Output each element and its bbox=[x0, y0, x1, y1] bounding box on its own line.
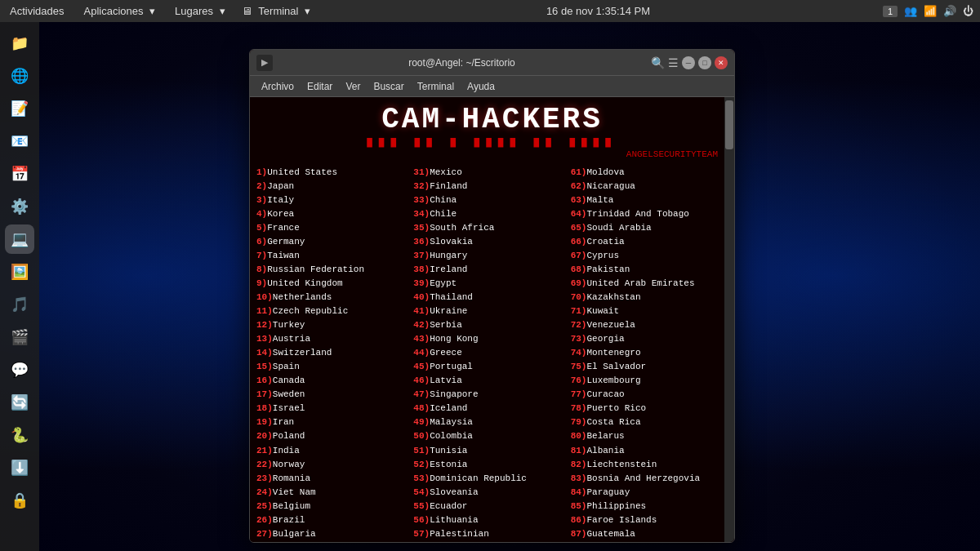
list-item: 68)Pakistan bbox=[571, 263, 728, 277]
list-item: 74)Montenegro bbox=[571, 346, 728, 360]
lugares-menu[interactable]: Lugares ▾ bbox=[168, 3, 229, 19]
list-item: 52)Estonia bbox=[413, 458, 570, 472]
list-item: 40)Thailand bbox=[413, 291, 570, 304]
list-item: 61)Moldova bbox=[571, 166, 728, 180]
list-item: 62)Nicaragua bbox=[571, 180, 728, 193]
list-item: 83)Bosnia And Herzegovia bbox=[571, 472, 728, 486]
list-item: 46)Latvia bbox=[413, 374, 570, 388]
list-item: 12)Turkey bbox=[256, 318, 413, 332]
scrollbar[interactable] bbox=[724, 97, 734, 542]
list-item: 26)Brazil bbox=[256, 513, 413, 527]
list-item: 75)El Salvador bbox=[571, 360, 728, 374]
menu-terminal[interactable]: Terminal bbox=[412, 79, 459, 94]
list-item: 3)Italy bbox=[256, 193, 413, 207]
list-item: 32)Finland bbox=[413, 180, 570, 193]
terminal-menu-item[interactable]: 🖥 Terminal ▾ bbox=[238, 3, 314, 19]
list-item: 44)Greece bbox=[413, 346, 570, 360]
banner-title: CAM-HACKERS bbox=[258, 104, 726, 136]
list-item: 63)Malta bbox=[571, 193, 728, 207]
dock-video[interactable]: 🎬 bbox=[5, 322, 34, 352]
angel-security-label: ANGELSECURITYTEAM bbox=[258, 149, 726, 159]
list-item: 84)Paraguay bbox=[571, 486, 728, 500]
list-item: 47)Singapore bbox=[413, 388, 570, 402]
country-list: 1)United States2)Japan3)Italy4)Korea5)Fr… bbox=[250, 162, 734, 542]
list-item: 56)Lithuania bbox=[413, 513, 570, 527]
terminal-content: CAM-HACKERS ███ ██ █ ████ ██ ████ ANGELS… bbox=[250, 97, 734, 542]
power-icon[interactable]: ⏻ bbox=[963, 5, 973, 17]
terminal-window: ▶ root@Angel: ~/Escritorio 🔍 ☰ ─ □ ✕ Arc… bbox=[249, 49, 735, 543]
list-item: 34)Chile bbox=[413, 207, 570, 221]
list-item: 7)Taiwan bbox=[256, 249, 413, 263]
menu-ver[interactable]: Ver bbox=[341, 79, 365, 94]
dock-text[interactable]: 📝 bbox=[5, 94, 34, 123]
list-item: 10)Netherlands bbox=[256, 291, 413, 304]
list-item: 51)Tunisia bbox=[413, 444, 570, 458]
terminal-title: root@Angel: ~/Escritorio bbox=[279, 57, 644, 69]
menu-archivo[interactable]: Archivo bbox=[256, 79, 299, 94]
dock-browser[interactable]: 🌐 bbox=[5, 61, 34, 91]
list-item: 45)Portugal bbox=[413, 360, 570, 374]
list-item: 2)Japan bbox=[256, 180, 413, 193]
actividades-menu[interactable]: Actividades bbox=[7, 3, 67, 19]
maximize-button[interactable]: □ bbox=[698, 56, 711, 69]
menu-button[interactable]: ☰ bbox=[668, 56, 679, 69]
list-item: 37)Hungary bbox=[413, 249, 570, 263]
dock-settings[interactable]: ⚙️ bbox=[5, 192, 34, 221]
list-item: 64)Trinidad And Tobago bbox=[571, 207, 728, 221]
terminal-menubar: Archivo Editar Ver Buscar Terminal Ayuda bbox=[250, 76, 734, 97]
list-item: 43)Hong Kong bbox=[413, 332, 570, 346]
dock-chat[interactable]: 💬 bbox=[5, 355, 34, 384]
dock-security[interactable]: 🔒 bbox=[5, 486, 34, 515]
dock-photo[interactable]: 🖼️ bbox=[5, 257, 34, 287]
list-item: 65)Soudi Arabia bbox=[571, 221, 728, 235]
dock-files[interactable]: 📁 bbox=[5, 29, 34, 58]
list-item: 77)Curacao bbox=[571, 388, 728, 402]
list-item: 71)Kuwait bbox=[571, 304, 728, 318]
topbar-right: 1 👥 📶 🔊 ⏻ bbox=[883, 5, 973, 17]
list-item: 35)South Africa bbox=[413, 221, 570, 235]
topbar-left: Actividades Aplicaciones ▾ Lugares ▾ 🖥 T… bbox=[7, 3, 314, 19]
topbar-datetime: 16 de nov 1:35:14 PM bbox=[314, 5, 883, 17]
list-item: 49)Malaysia bbox=[413, 415, 570, 429]
menu-editar[interactable]: Editar bbox=[302, 79, 337, 94]
list-item: 13)Austria bbox=[256, 332, 413, 346]
menu-ayuda[interactable]: Ayuda bbox=[462, 79, 500, 94]
minimize-button[interactable]: ─ bbox=[682, 56, 695, 69]
dock-terminal[interactable]: 💻 bbox=[5, 224, 34, 254]
aplicaciones-menu[interactable]: Aplicaciones ▾ bbox=[77, 3, 158, 19]
list-item: 78)Puerto Rico bbox=[571, 402, 728, 415]
list-item: 55)Ecuador bbox=[413, 500, 570, 513]
list-item: 4)Korea bbox=[256, 207, 413, 221]
list-item: 69)United Arab Emirates bbox=[571, 277, 728, 291]
list-item: 31)Mexico bbox=[413, 166, 570, 180]
list-item: 1)United States bbox=[256, 166, 413, 180]
list-item: 22)Norway bbox=[256, 458, 413, 472]
list-item: 53)Dominican Republic bbox=[413, 472, 570, 486]
dock: 📁 🌐 📝 📧 📅 ⚙️ 💻 🖼️ 🎵 🎬 💬 🔄 🐍 ⬇️ 🔒 bbox=[0, 22, 39, 551]
list-item: 86)Faroe Islands bbox=[571, 513, 728, 527]
volume-icon: 🔊 bbox=[943, 5, 956, 17]
terminal-controls: 🔍 ☰ ─ □ ✕ bbox=[651, 56, 728, 69]
scrollbar-thumb[interactable] bbox=[725, 100, 733, 149]
menu-buscar[interactable]: Buscar bbox=[368, 79, 408, 94]
list-item: 15)Spain bbox=[256, 360, 413, 374]
dock-download[interactable]: ⬇️ bbox=[5, 453, 34, 482]
list-item: 70)Kazakhstan bbox=[571, 291, 728, 304]
desktop: Actividades Aplicaciones ▾ Lugares ▾ 🖥 T… bbox=[0, 0, 980, 551]
dock-python[interactable]: 🐍 bbox=[5, 420, 34, 450]
list-item: 66)Croatia bbox=[571, 235, 728, 249]
list-item: 23)Romania bbox=[256, 472, 413, 486]
list-item: 21)India bbox=[256, 444, 413, 458]
dock-update[interactable]: 🔄 bbox=[5, 388, 34, 417]
dock-mail[interactable]: 📧 bbox=[5, 127, 34, 156]
search-button[interactable]: 🔍 bbox=[651, 56, 665, 69]
dock-music[interactable]: 🎵 bbox=[5, 290, 34, 319]
list-item: 11)Czech Republic bbox=[256, 304, 413, 318]
dock-calendar[interactable]: 📅 bbox=[5, 159, 34, 189]
close-button[interactable]: ✕ bbox=[715, 56, 728, 69]
list-item: 54)Sloveania bbox=[413, 486, 570, 500]
list-item: 58)New Zealand bbox=[413, 541, 570, 542]
list-item: 50)Colombia bbox=[413, 429, 570, 443]
list-item: 42)Serbia bbox=[413, 318, 570, 332]
list-item: 80)Belarus bbox=[571, 429, 728, 443]
